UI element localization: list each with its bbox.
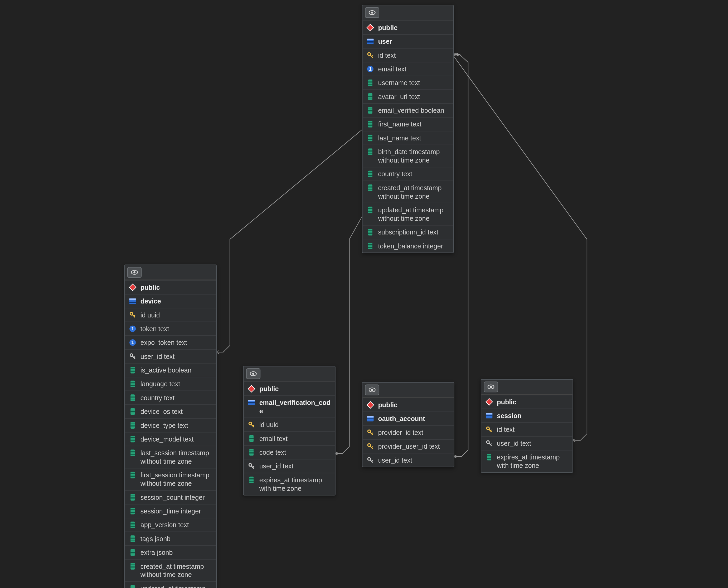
column-row[interactable]: user_id text xyxy=(481,436,572,450)
column-row[interactable]: device_os text xyxy=(125,404,216,418)
table-session[interactable]: publicsessionid textuser_id textexpires_… xyxy=(481,379,573,472)
visibility-toggle[interactable] xyxy=(484,381,498,392)
table-name: device xyxy=(141,297,161,305)
table-email_verification_code[interactable]: publicemail_verification_codeid uuidemai… xyxy=(243,366,336,496)
schema-row[interactable]: public xyxy=(481,395,572,408)
column-icon xyxy=(128,421,137,429)
column-row[interactable]: user_id text xyxy=(125,349,216,363)
column-row[interactable]: last_session timestamp without time zone xyxy=(125,446,216,468)
column-icon xyxy=(366,134,375,142)
column-icon xyxy=(247,476,256,484)
schema-row[interactable]: public xyxy=(362,398,453,412)
column-row[interactable]: device_model text xyxy=(125,432,216,445)
primary-key-icon xyxy=(366,51,375,60)
column-row[interactable]: created_at timestamp without time zone xyxy=(125,559,216,581)
column-row[interactable]: device_type text xyxy=(125,418,216,432)
table-header xyxy=(244,366,335,381)
column-row[interactable]: email text xyxy=(244,431,335,445)
column-icon xyxy=(128,584,137,588)
table-user[interactable]: publicuserid textemail textusername text… xyxy=(362,5,453,253)
column-label: avatar_url text xyxy=(378,92,420,101)
visibility-toggle[interactable] xyxy=(365,7,379,18)
foreign-key-icon xyxy=(128,352,137,361)
column-icon xyxy=(485,453,493,461)
column-label: last_name text xyxy=(378,134,421,142)
table-name-row[interactable]: user xyxy=(362,34,453,48)
column-row[interactable]: country text xyxy=(362,167,453,181)
schema-diamond-icon xyxy=(366,401,375,409)
column-row[interactable]: birth_date timestamp without time zone xyxy=(362,145,453,167)
column-label: email_verified boolean xyxy=(378,106,444,114)
column-row[interactable]: expires_at timestamp with time zone xyxy=(244,472,335,495)
table-name-row[interactable]: device xyxy=(125,294,216,308)
column-row[interactable]: last_name text xyxy=(362,131,453,144)
column-row[interactable]: language text xyxy=(125,377,216,391)
foreign-key-icon xyxy=(366,456,375,464)
column-row[interactable]: email text xyxy=(362,62,453,76)
schema-diamond-icon xyxy=(128,283,137,292)
column-label: birth_date timestamp without time zone xyxy=(378,148,450,164)
column-row[interactable]: id text xyxy=(481,422,572,436)
visibility-toggle[interactable] xyxy=(365,385,379,395)
column-row[interactable]: user_id text xyxy=(244,459,335,472)
column-row[interactable]: first_session timestamp without time zon… xyxy=(125,468,216,490)
column-row[interactable]: expires_at timestamp with time zone xyxy=(481,450,572,472)
column-label: created_at timestamp without time zone xyxy=(141,562,213,579)
table-oauth_account[interactable]: publicoauth_accountprovider_id textprovi… xyxy=(362,382,454,467)
schema-name: public xyxy=(378,401,398,409)
column-icon xyxy=(128,521,137,529)
column-label: expires_at timestamp with time zone xyxy=(259,476,331,492)
table-name-row[interactable]: oauth_account xyxy=(362,412,453,425)
schema-row[interactable]: public xyxy=(125,280,216,294)
schema-row[interactable]: public xyxy=(362,20,453,34)
column-row[interactable]: session_time integer xyxy=(125,504,216,518)
primary-key-icon xyxy=(366,442,375,450)
column-row[interactable]: provider_user_id text xyxy=(362,439,453,453)
column-icon xyxy=(366,79,375,87)
column-row[interactable]: is_active boolean xyxy=(125,363,216,377)
column-row[interactable]: country text xyxy=(125,391,216,404)
column-row[interactable]: token text xyxy=(125,321,216,335)
column-row[interactable]: app_version text xyxy=(125,518,216,531)
column-row[interactable]: updated_at timestamp with time zone xyxy=(125,581,216,588)
column-row[interactable]: username text xyxy=(362,76,453,89)
column-row[interactable]: expo_token text xyxy=(125,335,216,349)
column-row[interactable]: created_at timestamp without time zone xyxy=(362,181,453,203)
table-header xyxy=(362,5,453,20)
visibility-toggle[interactable] xyxy=(127,267,142,278)
column-label: email text xyxy=(378,65,406,73)
column-row[interactable]: id text xyxy=(362,48,453,62)
column-row[interactable]: updated_at timestamp without time zone xyxy=(362,203,453,225)
table-device[interactable]: publicdeviceid uuidtoken textexpo_token … xyxy=(124,265,217,588)
column-row[interactable]: code text xyxy=(244,445,335,459)
column-label: username text xyxy=(378,79,420,87)
erd-canvas[interactable]: publicuserid textemail textusername text… xyxy=(0,0,728,588)
column-icon xyxy=(128,548,137,556)
column-label: tags jsonb xyxy=(141,534,170,543)
column-row[interactable]: provider_id text xyxy=(362,425,453,439)
column-label: updated_at timestamp with time zone xyxy=(141,584,213,588)
column-row[interactable]: id uuid xyxy=(125,308,216,321)
column-row[interactable]: extra jsonb xyxy=(125,545,216,559)
schema-row[interactable]: public xyxy=(244,381,335,395)
column-row[interactable]: first_name text xyxy=(362,117,453,131)
column-icon xyxy=(128,534,137,543)
column-row[interactable]: subscriptionn_id text xyxy=(362,225,453,239)
column-label: expo_token text xyxy=(141,338,187,347)
table-name-row[interactable]: email_verification_code xyxy=(244,395,335,418)
column-row[interactable]: user_id text xyxy=(362,453,453,466)
column-row[interactable]: token_balance integer xyxy=(362,239,453,252)
column-label: created_at timestamp without time zone xyxy=(378,184,450,201)
table-icon xyxy=(366,414,375,423)
column-row[interactable]: avatar_url text xyxy=(362,89,453,103)
visibility-toggle[interactable] xyxy=(246,368,261,379)
unique-badge-icon xyxy=(128,324,137,333)
table-name-row[interactable]: session xyxy=(481,408,572,422)
table-header xyxy=(362,383,453,398)
column-row[interactable]: id uuid xyxy=(244,418,335,431)
column-row[interactable]: email_verified boolean xyxy=(362,103,453,117)
column-row[interactable]: tags jsonb xyxy=(125,531,216,545)
column-row[interactable]: session_count integer xyxy=(125,490,216,504)
column-label: device_os text xyxy=(141,407,183,416)
foreign-key-icon xyxy=(247,462,256,470)
